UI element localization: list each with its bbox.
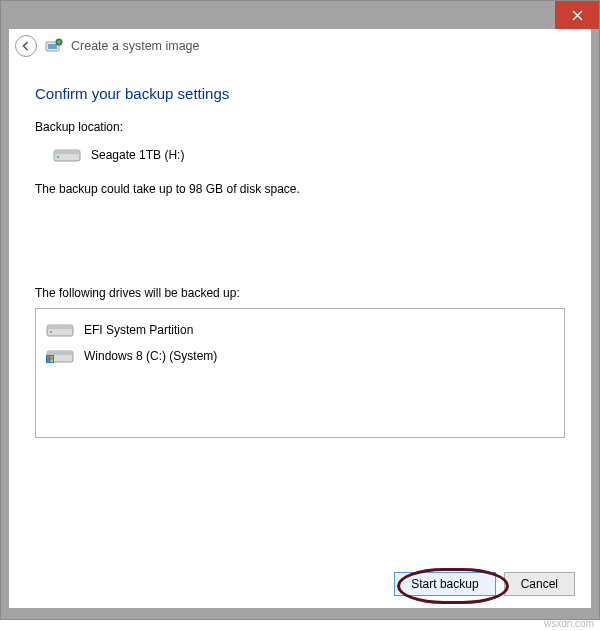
- system-drive-icon: [46, 347, 74, 365]
- svg-rect-15: [47, 356, 50, 359]
- svg-point-7: [57, 156, 59, 158]
- following-drives-label: The following drives will be backed up:: [35, 286, 565, 300]
- backup-location-label: Backup location:: [35, 120, 565, 134]
- drives-list: EFI System Partition Windows 8 (C:) (Sys…: [35, 308, 565, 438]
- watermark: wsxdn.com: [544, 618, 594, 629]
- backup-location-value: Seagate 1TB (H:): [91, 148, 184, 162]
- drive-name: EFI System Partition: [84, 323, 193, 337]
- svg-rect-16: [50, 356, 53, 359]
- drive-row: Windows 8 (C:) (System): [46, 343, 554, 369]
- page-heading: Confirm your backup settings: [35, 85, 565, 102]
- close-button[interactable]: [555, 1, 599, 29]
- svg-rect-3: [48, 44, 57, 49]
- system-image-icon: [45, 37, 63, 55]
- backup-location-row: Seagate 1TB (H:): [53, 146, 565, 164]
- content-panel: Confirm your backup settings Backup loca…: [9, 63, 591, 608]
- button-row: Start backup Cancel: [394, 572, 575, 596]
- svg-point-10: [50, 331, 52, 333]
- hard-drive-icon: [46, 321, 74, 339]
- svg-rect-6: [54, 150, 80, 154]
- svg-rect-18: [50, 359, 53, 362]
- start-backup-button[interactable]: Start backup: [394, 572, 495, 596]
- close-icon: [572, 10, 583, 21]
- dialog-window: Create a system image Confirm your backu…: [0, 0, 600, 620]
- space-estimate-text: The backup could take up to 98 GB of dis…: [35, 182, 565, 196]
- header-bar: Create a system image: [9, 29, 591, 63]
- cancel-button[interactable]: Cancel: [504, 572, 575, 596]
- svg-rect-17: [47, 359, 50, 362]
- drive-name: Windows 8 (C:) (System): [84, 349, 217, 363]
- back-arrow-icon: [20, 40, 32, 52]
- hard-drive-icon: [53, 146, 81, 164]
- svg-rect-9: [47, 325, 73, 329]
- titlebar: [1, 1, 599, 29]
- svg-rect-12: [47, 351, 73, 355]
- drive-row: EFI System Partition: [46, 317, 554, 343]
- back-button[interactable]: [15, 35, 37, 57]
- window-title: Create a system image: [71, 39, 200, 53]
